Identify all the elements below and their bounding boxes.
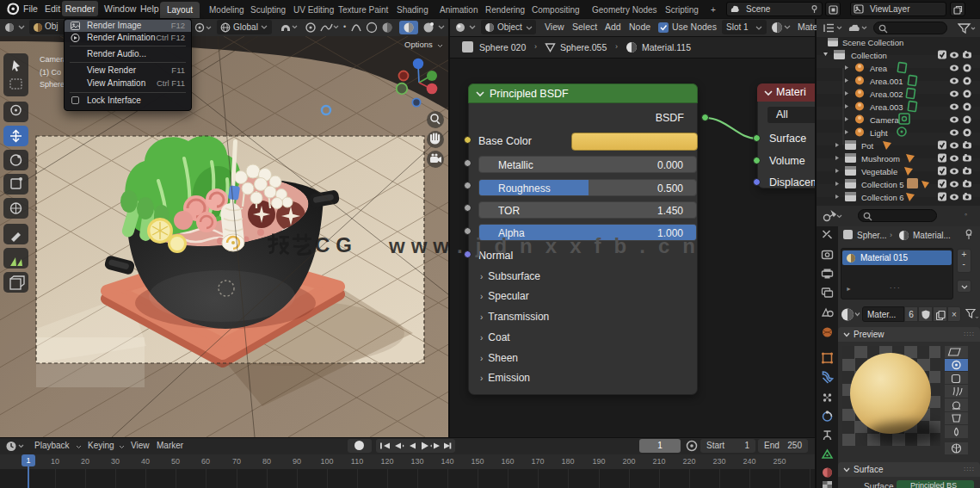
svg-text:Pot: Pot [861, 141, 874, 151]
svg-text:Area.001: Area.001 [870, 77, 903, 86]
svg-text:Scene Collection: Scene Collection [842, 38, 903, 47]
svg-text:Light: Light [870, 128, 888, 138]
svg-text:Camera: Camera [870, 115, 900, 125]
svg-text:CG: CG [315, 233, 358, 256]
svg-text:Collection 6: Collection 6 [861, 193, 904, 202]
svg-text:Area.003: Area.003 [870, 102, 903, 112]
svg-text:Collection: Collection [851, 51, 887, 60]
svg-text:Vegetable: Vegetable [861, 167, 897, 176]
svg-text:Area: Area [870, 64, 888, 73]
svg-text:Mushroom: Mushroom [861, 154, 900, 164]
svg-text:Collection 5: Collection 5 [861, 180, 904, 189]
svg-text:Area.002: Area.002 [870, 90, 903, 99]
